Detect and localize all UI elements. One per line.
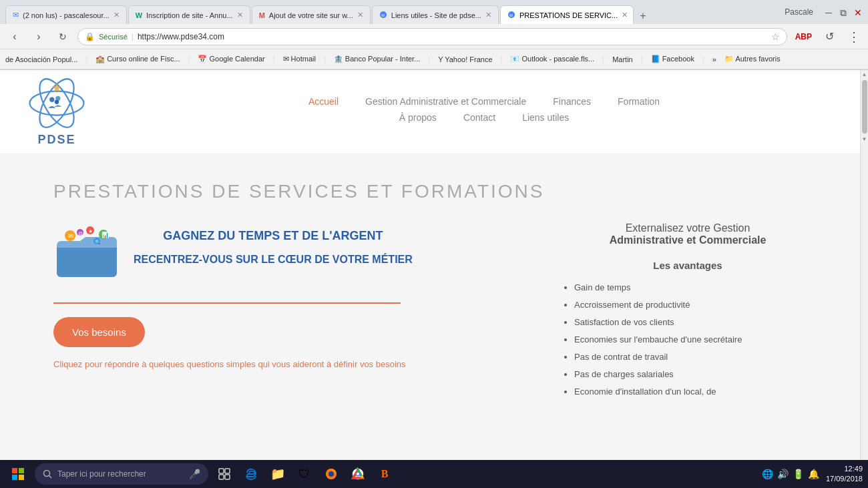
- scroll-thumb[interactable]: [862, 80, 867, 134]
- svg-text:🔍: 🔍: [95, 239, 101, 245]
- bookmark-6[interactable]: Y Yahoo! France: [438, 55, 492, 63]
- clock[interactable]: 12:49 17/09/2018: [826, 464, 863, 485]
- notification-icon[interactable]: 🔔: [808, 469, 819, 479]
- tab-5[interactable]: w PRESTATIONS DE SERVIC... ✕: [500, 5, 634, 24]
- bookmark-8[interactable]: Martin: [612, 55, 633, 63]
- volume-icon[interactable]: 🔊: [777, 469, 789, 479]
- network-icon[interactable]: 🌐: [762, 469, 773, 479]
- adblock-button[interactable]: ABP: [793, 27, 815, 46]
- svg-point-36: [357, 473, 359, 475]
- url-bar[interactable]: 🔒 Sécurisé | https://www.pdse34.com ☆: [77, 28, 787, 45]
- tab-close-3[interactable]: ✕: [357, 11, 363, 19]
- tab-close-2[interactable]: ✕: [237, 11, 243, 19]
- explorer-icon: 📁: [270, 467, 285, 481]
- forward-button[interactable]: ›: [29, 27, 48, 46]
- taskbar-bold[interactable]: B: [373, 462, 397, 486]
- bookmark-divider-4: |: [324, 55, 326, 63]
- bookmark-3[interactable]: 📅 Google Calendar: [198, 55, 264, 63]
- cta-section: Vos besoins Cliquez pour répondre à quel…: [53, 317, 534, 371]
- browser-chrome: ✉ (2 non lus) - pascalesour... ✕ W Inscr…: [0, 0, 868, 70]
- svg-rect-30: [225, 475, 230, 479]
- microphone-icon: 🎤: [189, 469, 200, 479]
- logo-text: PDSE: [37, 133, 75, 147]
- shield-icon: 🛡: [298, 467, 310, 481]
- svg-text:w: w: [509, 13, 513, 17]
- tab-close-5[interactable]: ✕: [622, 11, 628, 19]
- svg-rect-21: [12, 468, 17, 473]
- bookmark-2[interactable]: 🏫 Curso online de Fisc...: [95, 55, 180, 63]
- taskbar-explorer[interactable]: 📁: [266, 462, 290, 486]
- tab-4[interactable]: w Liens utiles - Site de pdse... ✕: [372, 5, 499, 24]
- clock-time: 12:49: [826, 464, 863, 474]
- nav-liens-utiles[interactable]: Liens utiles: [522, 112, 569, 123]
- service-text: GAGNEZ DU TEMPS ET DE L'ARGENT RECENTREZ…: [134, 222, 413, 266]
- advantage-6: Pas de charges salariales: [574, 366, 815, 383]
- taskbar-chrome[interactable]: [346, 462, 370, 486]
- advantages-title: Les avantages: [561, 260, 815, 271]
- page-wrapper: PDSE Accueil Gestion Administrative et C…: [0, 70, 868, 461]
- scroll-up-button[interactable]: ▲: [862, 71, 867, 77]
- start-button[interactable]: [5, 461, 31, 487]
- minimize-button[interactable]: ─: [824, 7, 833, 17]
- taskbar-task-view[interactable]: [212, 462, 236, 486]
- service-headline: GAGNEZ DU TEMPS ET DE L'ARGENT: [134, 229, 413, 243]
- advantage-7: Economie d'installation d'un local, de: [574, 383, 815, 401]
- refresh-button[interactable]: ↻: [53, 27, 72, 46]
- nav-contact[interactable]: Contact: [463, 112, 495, 123]
- secure-label: Sécurisé: [99, 33, 128, 41]
- website-content: PDSE Accueil Gestion Administrative et C…: [0, 70, 868, 461]
- bookmark-divider-7: |: [602, 55, 604, 63]
- content-section: ✉ 📊 ★ @ 🔍: [53, 222, 815, 401]
- vos-besoins-button[interactable]: Vos besoins: [53, 317, 145, 347]
- nav-formation[interactable]: Formation: [618, 96, 660, 107]
- taskbar: Taper ici pour rechercher 🎤 📁 🛡: [0, 460, 868, 488]
- right-section: Externalisez votre Gestion Administrativ…: [561, 222, 815, 401]
- bookmark-9[interactable]: 📘 Facebook: [651, 55, 694, 63]
- edge-icon: [244, 467, 258, 481]
- battery-icon[interactable]: 🔋: [793, 469, 804, 479]
- taskbar-firefox[interactable]: [319, 462, 343, 486]
- tab-close-1[interactable]: ✕: [114, 11, 120, 19]
- nav-finances[interactable]: Finances: [553, 96, 591, 107]
- tab-3[interactable]: M Ajout de votre site sur w... ✕: [252, 5, 371, 24]
- bold-icon: B: [381, 468, 389, 480]
- windows-start-icon: [11, 467, 25, 481]
- new-tab-button[interactable]: +: [635, 8, 651, 24]
- nav-apropos[interactable]: À propos: [399, 112, 437, 123]
- tab-1[interactable]: ✉ (2 non lus) - pascalesour... ✕: [5, 5, 127, 24]
- nav-gestion[interactable]: Gestion Administrative et Commerciale: [365, 96, 526, 107]
- bookmark-5[interactable]: 🏦 Banco Popular - Inter...: [334, 55, 421, 63]
- user-label: Pascale: [785, 7, 813, 17]
- bookmark-divider-2: |: [188, 55, 190, 63]
- bookmark-4[interactable]: ✉ Hotmail: [283, 55, 316, 63]
- cta-description: Cliquez pour répondre à quelques questio…: [53, 359, 406, 369]
- bookmark-folder[interactable]: 📁 Autres favoris: [724, 55, 781, 63]
- more-button[interactable]: ⋮: [844, 27, 863, 46]
- bookmark-7[interactable]: 📧 Outlook - pascale.fls...: [510, 55, 594, 63]
- bookmark-divider-6: |: [501, 55, 503, 63]
- svg-point-25: [44, 471, 50, 477]
- bookmark-1[interactable]: de Asociación Popul...: [5, 55, 77, 63]
- taskbar-edge[interactable]: [239, 462, 263, 486]
- back-button[interactable]: ‹: [5, 27, 24, 46]
- tab-close-4[interactable]: ✕: [485, 11, 491, 19]
- tab-label-4: Liens utiles - Site de pdse...: [391, 11, 481, 19]
- bookmark-more[interactable]: »: [712, 55, 716, 63]
- bookmark-star-icon[interactable]: ☆: [771, 31, 780, 42]
- url-text: https://www.pdse34.com: [138, 32, 224, 41]
- taskbar-search[interactable]: Taper ici pour rechercher 🎤: [35, 463, 208, 485]
- advantage-2: Accroissement de productivité: [574, 296, 815, 314]
- restore-button[interactable]: ⧉: [839, 7, 848, 17]
- scrollbar[interactable]: ▲ ▼: [860, 70, 868, 461]
- scroll-down-button[interactable]: ▼: [862, 136, 867, 142]
- firefox-icon: [324, 467, 338, 481]
- tab-2[interactable]: W Inscription de site - Annu... ✕: [128, 5, 250, 24]
- close-button[interactable]: ✕: [853, 7, 863, 17]
- right-title-line2: Administrative et Commerciale: [610, 234, 767, 246]
- bookmark-divider-8: |: [641, 55, 643, 63]
- bookmark-divider-3: |: [273, 55, 275, 63]
- svg-text:★: ★: [88, 228, 93, 234]
- nav-accueil[interactable]: Accueil: [308, 96, 339, 107]
- reload-button[interactable]: ↺: [820, 27, 839, 46]
- taskbar-shield[interactable]: 🛡: [292, 462, 316, 486]
